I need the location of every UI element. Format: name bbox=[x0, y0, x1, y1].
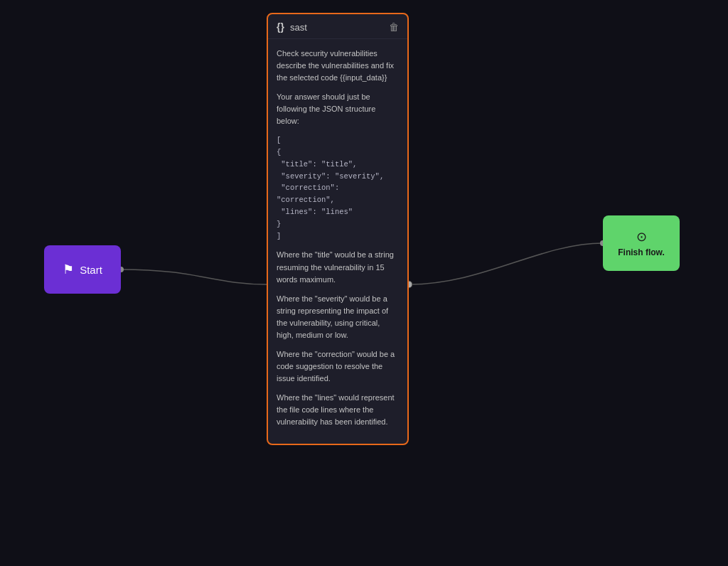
sast-section4-text: Where the "lines" would represent the fi… bbox=[277, 392, 399, 428]
sast-body: Check security vulnerabilities describe … bbox=[268, 39, 407, 444]
sast-line2: Your answer should just be following the… bbox=[277, 91, 399, 127]
sast-title: sast bbox=[290, 22, 307, 33]
sast-node[interactable]: {} sast 🗑 Check security vulnerabilities… bbox=[267, 13, 409, 445]
finish-label: Finish flow. bbox=[618, 247, 665, 257]
sast-line1: Check security vulnerabilities describe … bbox=[277, 48, 399, 84]
delete-icon[interactable]: 🗑 bbox=[389, 21, 399, 33]
start-label: Start bbox=[80, 264, 102, 276]
flow-canvas: ⚑ Start {} sast 🗑 Check security vulnera… bbox=[0, 0, 728, 566]
flag-icon: ⚑ bbox=[63, 262, 74, 277]
sast-section3-text: Where the "correction" would be a code s… bbox=[277, 348, 399, 385]
finish-node[interactable]: ⊙ Finish flow. bbox=[603, 215, 680, 271]
start-node[interactable]: ⚑ Start bbox=[44, 245, 121, 294]
finish-icon: ⊙ bbox=[636, 229, 647, 245]
sast-header: {} sast 🗑 bbox=[268, 14, 407, 39]
sast-section1-text: Where the "title" would be a string resu… bbox=[277, 249, 399, 285]
sast-section2-text: Where the "severity" would be a string r… bbox=[277, 293, 399, 341]
sast-code-block: [ { "title": "title", "severity": "sever… bbox=[277, 134, 399, 242]
sast-section1: Where the "title" would be a string resu… bbox=[277, 249, 399, 285]
sast-braces-icon: {} bbox=[277, 21, 284, 33]
sast-section2: Where the "severity" would be a string r… bbox=[277, 293, 399, 341]
sast-section3: Where the "correction" would be a code s… bbox=[277, 348, 399, 385]
sast-header-left: {} sast bbox=[277, 21, 307, 33]
sast-section4: Where the "lines" would represent the fi… bbox=[277, 392, 399, 428]
